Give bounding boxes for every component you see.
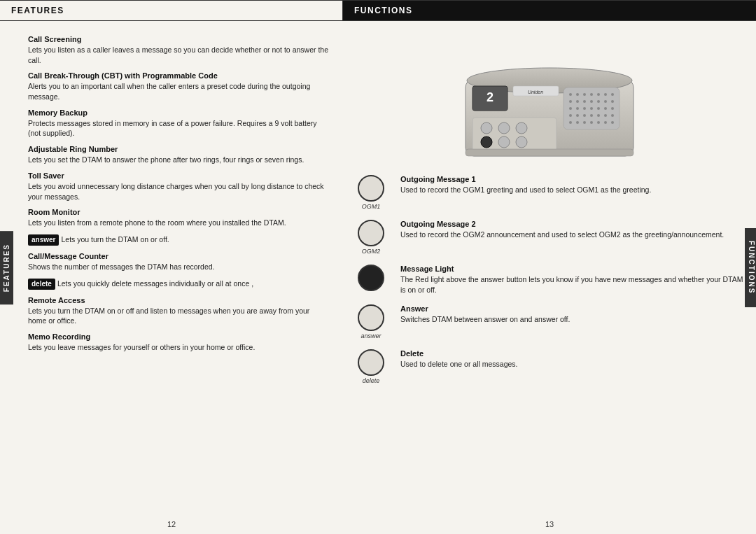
svg-point-27 xyxy=(590,114,593,117)
feature-toll-saver: Toll Saver Lets you avoid unnecessary lo… xyxy=(28,171,329,202)
features-header: FEATURES xyxy=(0,0,343,21)
feature-title-call-message-counter: Call/Message Counter xyxy=(28,252,329,260)
feature-adjustable-ring: Adjustable Ring Number Lets you set the … xyxy=(28,145,329,165)
svg-point-23 xyxy=(611,107,614,110)
svg-point-12 xyxy=(583,100,586,103)
feature-remote-access: Remote Access Lets you turn the DTAM on … xyxy=(28,296,329,326)
svg-point-30 xyxy=(611,114,614,117)
function-message-light: Message Light The Red light above the an… xyxy=(350,265,749,295)
feature-text-remote-access: Lets you turn the DTAM on or off and lis… xyxy=(28,306,329,326)
left-page: FEATURES FEATURES Call Screening Lets yo… xyxy=(0,0,343,534)
svg-point-44 xyxy=(481,136,492,148)
svg-point-16 xyxy=(611,100,614,103)
svg-point-35 xyxy=(597,121,600,124)
feature-call-screening: Call Screening Lets you listen as a call… xyxy=(28,35,329,65)
function-icon-ogm2: OGM2 xyxy=(350,220,392,255)
function-desc-ogm2: Used to record the OGM2 announcement and… xyxy=(400,230,749,240)
message-light-circle-icon xyxy=(358,265,384,291)
feature-title-memory-backup: Memory Backup xyxy=(28,108,329,117)
svg-point-5 xyxy=(583,93,586,96)
svg-point-15 xyxy=(604,100,607,103)
page-wrapper: FEATURES FEATURES Call Screening Lets yo… xyxy=(0,0,756,534)
feature-title-adjustable-ring: Adjustable Ring Number xyxy=(28,145,329,153)
device-svg: 2 Uniden T1086 xyxy=(451,30,648,170)
svg-point-3 xyxy=(569,93,572,96)
feature-title-remote-access: Remote Access xyxy=(28,296,329,304)
svg-point-18 xyxy=(576,107,579,110)
svg-point-20 xyxy=(590,107,593,110)
function-desc-message-light: The Red light above the answer button le… xyxy=(400,274,749,295)
svg-text:2: 2 xyxy=(486,90,493,104)
functions-list: OGM1 Outgoing Message 1 Used to record t… xyxy=(343,175,756,514)
function-name-answer: Answer xyxy=(400,304,749,313)
svg-point-9 xyxy=(611,93,614,96)
function-answer: answer Answer Switches DTAM between answ… xyxy=(350,304,749,339)
function-ogm2: OGM2 Outgoing Message 2 Used to record t… xyxy=(350,220,749,255)
left-content: Call Screening Lets you listen as a call… xyxy=(0,21,343,514)
svg-text:Uniden: Uniden xyxy=(528,90,543,94)
svg-point-7 xyxy=(597,93,600,96)
function-desc-answer: Switches DTAM between answer on and answ… xyxy=(400,314,749,325)
features-sidebar-label: FEATURES xyxy=(0,231,13,304)
feature-memory-backup: Memory Backup Protects messages stored i… xyxy=(28,108,329,139)
feature-text-memory-backup: Protects messages stored in memory in ca… xyxy=(28,118,329,139)
svg-point-31 xyxy=(569,121,572,124)
right-page: FUNCTIONS xyxy=(343,0,756,534)
svg-point-36 xyxy=(604,121,607,124)
function-name-delete: Delete xyxy=(400,349,749,358)
feature-text-call-break-through: Alerts you to an important call when the… xyxy=(28,81,329,101)
features-title: FEATURES xyxy=(11,6,64,15)
feature-text-memo-recording: Lets you leave messages for yourself or … xyxy=(28,342,329,353)
function-delete: delete Delete Used to delete one or all … xyxy=(350,349,749,384)
svg-point-45 xyxy=(498,136,510,148)
function-desc-ogm1: Used to record the OGM1 greeting and use… xyxy=(400,185,749,195)
feature-memo-recording: Memo Recording Lets you leave messages f… xyxy=(28,332,329,353)
svg-point-4 xyxy=(576,93,579,96)
feature-text-call-screening: Lets you listen as a caller leaves a mes… xyxy=(28,45,329,65)
feature-title-call-screening: Call Screening xyxy=(28,35,329,43)
answer-circle-icon xyxy=(358,304,384,331)
svg-point-37 xyxy=(611,121,614,124)
svg-point-21 xyxy=(597,107,600,110)
svg-point-17 xyxy=(569,107,572,110)
delete-icon-label: delete xyxy=(363,377,380,384)
feature-call-message-counter: Call/Message Counter Shows the number of… xyxy=(28,252,329,272)
ogm1-icon-label: OGM1 xyxy=(362,203,381,210)
svg-rect-50 xyxy=(465,149,634,156)
svg-point-46 xyxy=(516,136,527,148)
svg-point-8 xyxy=(604,93,607,96)
function-name-message-light: Message Light xyxy=(400,265,749,273)
feature-title-room-monitor: Room Monitor xyxy=(28,208,329,216)
feature-text-call-message-counter: Shows the number of messages the DTAM ha… xyxy=(28,262,329,272)
svg-point-42 xyxy=(498,122,510,134)
svg-point-13 xyxy=(590,100,593,103)
delete-circle-icon xyxy=(358,349,384,376)
function-desc-delete: Used to delete one or all messages. xyxy=(400,359,749,370)
svg-point-19 xyxy=(583,107,586,110)
feature-delete-badge: deleteLets you quickly delete messages i… xyxy=(28,279,329,290)
functions-header: FUNCTIONS xyxy=(343,0,756,21)
answer-icon-label: answer xyxy=(360,332,381,339)
feature-answer-badge: answerLets you turn the DTAM on or off. xyxy=(28,234,329,246)
svg-point-25 xyxy=(576,114,579,117)
feature-text-adjustable-ring: Lets you set the DTAM to answer the phon… xyxy=(28,155,329,165)
ogm1-circle-icon xyxy=(358,175,384,202)
feature-title-call-break-through: Call Break-Through (CBT) with Programmab… xyxy=(28,71,329,80)
svg-point-34 xyxy=(590,121,593,124)
function-name-ogm2: Outgoing Message 2 xyxy=(400,220,749,228)
function-text-message-light: Message Light The Red light above the an… xyxy=(400,265,749,295)
ogm2-circle-icon xyxy=(358,220,384,246)
svg-point-26 xyxy=(583,114,586,117)
answer-badge: answer xyxy=(28,234,59,246)
svg-point-24 xyxy=(569,114,572,117)
svg-point-11 xyxy=(576,100,579,103)
delete-badge: delete xyxy=(28,279,55,290)
function-text-ogm1: Outgoing Message 1 Used to record the OG… xyxy=(400,175,749,195)
feature-text-toll-saver: Lets you avoid unnecessary long distance… xyxy=(28,181,329,202)
feature-text-room-monitor: Lets you listen from a remote phone to t… xyxy=(28,218,329,228)
feature-text-answer-badge: answerLets you turn the DTAM on or off. xyxy=(28,234,329,246)
function-name-ogm1: Outgoing Message 1 xyxy=(400,175,749,183)
svg-point-14 xyxy=(597,100,600,103)
svg-point-41 xyxy=(481,122,492,134)
function-text-answer: Answer Switches DTAM between answer on a… xyxy=(400,304,749,325)
